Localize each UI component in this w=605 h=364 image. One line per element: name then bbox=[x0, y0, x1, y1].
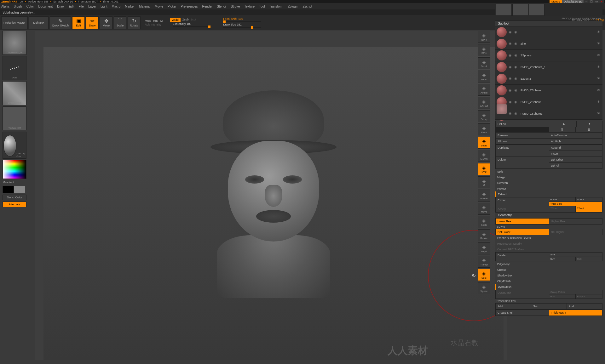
s-smt-slider[interactable]: S Smt bbox=[576, 197, 602, 202]
claypolish-button[interactable]: ClayPolish bbox=[495, 278, 602, 284]
del-lower-button[interactable]: Del Lower bbox=[496, 229, 549, 235]
zcut-button[interactable]: Zcut bbox=[191, 18, 196, 22]
menu-preferences[interactable]: Preferences bbox=[181, 5, 198, 8]
crease-button[interactable]: Crease bbox=[495, 267, 602, 273]
scale-button[interactable]: ⛶Scale bbox=[114, 16, 126, 29]
smt-button[interactable]: Smt bbox=[549, 253, 602, 257]
freeze-subdiv-button[interactable]: Freeze SubDivision Levels bbox=[495, 235, 602, 241]
dynamesh-button[interactable]: DynaMesh bbox=[496, 290, 549, 299]
higher-res-button[interactable]: Higher Res bbox=[549, 219, 602, 224]
menu-draw[interactable]: Draw bbox=[57, 5, 64, 8]
shelf-actual[interactable]: ◈Actual bbox=[478, 84, 490, 96]
remesh-button[interactable]: Remesh bbox=[495, 180, 602, 186]
material-thumb[interactable] bbox=[3, 135, 16, 156]
viewport[interactable]: 人人素材 水晶石教 bbox=[35, 31, 507, 360]
geometry-header[interactable]: Geometry bbox=[495, 212, 602, 218]
resolution-slider[interactable]: Resolution 128 bbox=[495, 299, 602, 303]
menu-stroke[interactable]: Stroke bbox=[231, 5, 240, 8]
shelf-solo[interactable]: ◈Solo bbox=[478, 269, 490, 281]
delete-button[interactable]: Delete bbox=[496, 157, 549, 168]
shelf-bpr[interactable]: ◈BPR bbox=[478, 31, 490, 43]
menu-zscript[interactable]: Zscript bbox=[302, 5, 312, 8]
stroke-thumb[interactable]: Dots bbox=[3, 56, 26, 80]
menu-render[interactable]: Render bbox=[202, 5, 213, 8]
menu-brush[interactable]: Brush bbox=[14, 5, 22, 8]
all-high-button[interactable]: All High bbox=[549, 139, 602, 144]
insert-button[interactable]: Insert bbox=[549, 151, 602, 156]
tool-thumbnails[interactable] bbox=[495, 3, 602, 16]
close-icon[interactable]: ✕ bbox=[599, 0, 604, 3]
mrgb-button[interactable]: Mrgb bbox=[145, 19, 152, 22]
rotate-button[interactable]: ↻Rotate bbox=[128, 16, 141, 29]
merge-button[interactable]: Merge bbox=[495, 174, 602, 180]
shelf-move[interactable]: ◈Move bbox=[478, 203, 490, 215]
zadd-button[interactable]: Zadd bbox=[170, 18, 181, 22]
gradient-label[interactable]: Gradient bbox=[3, 180, 26, 185]
split-button[interactable]: Split bbox=[495, 169, 602, 174]
all-low-button[interactable]: All Low bbox=[496, 139, 549, 144]
shelf-persp[interactable]: ◈Persp bbox=[478, 110, 490, 122]
tbord-button[interactable]: TBord bbox=[576, 206, 602, 212]
shelf-xyz[interactable]: ◈XYZ bbox=[478, 163, 490, 175]
project-d-button[interactable]: Project bbox=[576, 294, 602, 299]
menu-zplugin[interactable]: Zplugin bbox=[288, 5, 298, 8]
shelf-spix[interactable]: ◈SPix bbox=[478, 44, 490, 56]
append-button[interactable]: Append bbox=[549, 145, 602, 151]
sdiv-slider[interactable]: SDiv 5 bbox=[495, 225, 602, 229]
accept-button[interactable]: Accept bbox=[496, 206, 549, 212]
swatch-secondary[interactable] bbox=[14, 186, 25, 193]
sub-button[interactable]: Sub bbox=[531, 304, 567, 309]
m-button[interactable]: M bbox=[160, 19, 163, 22]
convert-bpr-button[interactable]: Convert BPR To Geo bbox=[495, 247, 602, 252]
reconstruct-button[interactable]: Reconstruct Subdiv bbox=[495, 241, 602, 247]
shelf-zoom[interactable]: ◈Zoom bbox=[478, 71, 490, 82]
focal-shift-slider[interactable]: Focal Shift -100 bbox=[223, 17, 261, 20]
menu-texture[interactable]: Texture bbox=[244, 5, 255, 8]
subtool-row[interactable]: ◉◉Extract3👁 bbox=[495, 73, 602, 85]
default-zscript[interactable]: DefaultZScript bbox=[562, 0, 584, 3]
thick-slider[interactable]: Thick 0.02 bbox=[549, 202, 602, 206]
shelf-scale[interactable]: ◈Scale bbox=[478, 216, 490, 228]
subtool-row[interactable]: ◉◉👁 bbox=[495, 26, 602, 38]
edgeloop-button[interactable]: EdgeLoop bbox=[495, 261, 602, 267]
subtool-row[interactable]: ◉◉PM3D_ZSphere👁 bbox=[495, 96, 602, 108]
subtool-row[interactable]: ◉◉PM3D_ZSphere1👁 bbox=[495, 108, 602, 120]
and-button[interactable]: And bbox=[567, 304, 602, 309]
menu-material[interactable]: Material bbox=[139, 5, 151, 8]
zsub-button[interactable]: Zsub bbox=[182, 18, 189, 22]
shelf-aahalf[interactable]: ◈AAHalf bbox=[478, 97, 490, 109]
shelf-transp[interactable]: ◈Transp bbox=[478, 256, 490, 268]
minimize-icon[interactable]: ─ bbox=[584, 0, 589, 3]
list-all-button[interactable]: List All bbox=[496, 121, 551, 127]
alternate-button[interactable]: Alternate bbox=[3, 202, 26, 207]
shelf-xpose[interactable]: ◈Xpose bbox=[478, 282, 490, 294]
subtool-row[interactable]: ◉◉PM3D_ZSphere1_1👁 bbox=[495, 61, 602, 73]
menu-tool[interactable]: Tool bbox=[259, 5, 265, 8]
shelf-l.sym[interactable]: ◈L.Sym bbox=[478, 150, 490, 162]
shelf-rotate[interactable]: ◈Rotate bbox=[478, 229, 490, 241]
edit-button[interactable]: ▣Edit bbox=[72, 16, 85, 29]
swatch-main[interactable] bbox=[3, 186, 14, 193]
tcorn-button[interactable]: TCorn bbox=[549, 206, 576, 212]
menu-color[interactable]: Color bbox=[26, 5, 34, 8]
menu-macro[interactable]: Macro bbox=[112, 5, 121, 8]
brush-thumb[interactable]: ClayTubes_br bbox=[3, 31, 26, 55]
shelf-↺[interactable]: ◈↺ bbox=[478, 176, 490, 188]
subtool-header[interactable]: SubTool bbox=[495, 20, 602, 26]
arrow-down-icon[interactable]: ▼ bbox=[577, 121, 602, 127]
del-all-button[interactable]: Del All bbox=[549, 163, 602, 168]
move-up-icon[interactable]: ⇈ bbox=[549, 127, 576, 132]
switch-color-button[interactable]: SwitchColor bbox=[3, 195, 26, 200]
menu-edit[interactable]: Edit bbox=[69, 5, 74, 8]
menu-movie[interactable]: Movie bbox=[155, 5, 163, 8]
draw-size-slider[interactable]: Draw Size 151 bbox=[223, 23, 261, 26]
move-button[interactable]: ✥Move bbox=[100, 16, 112, 29]
rstt-button[interactable]: Rstt bbox=[576, 257, 602, 261]
projection-master-button[interactable]: Projection Master bbox=[1, 16, 28, 29]
menu-stencil[interactable]: Stencil bbox=[217, 5, 226, 8]
rgb-button[interactable]: Rgb bbox=[153, 19, 158, 22]
subtool-row[interactable]: ◉◉all 0👁 bbox=[495, 38, 602, 50]
del-other-button[interactable]: Del Other bbox=[549, 157, 602, 162]
arrow-up-icon[interactable]: ▲ bbox=[551, 121, 577, 127]
lightbox-button[interactable]: LightBox bbox=[29, 16, 49, 29]
